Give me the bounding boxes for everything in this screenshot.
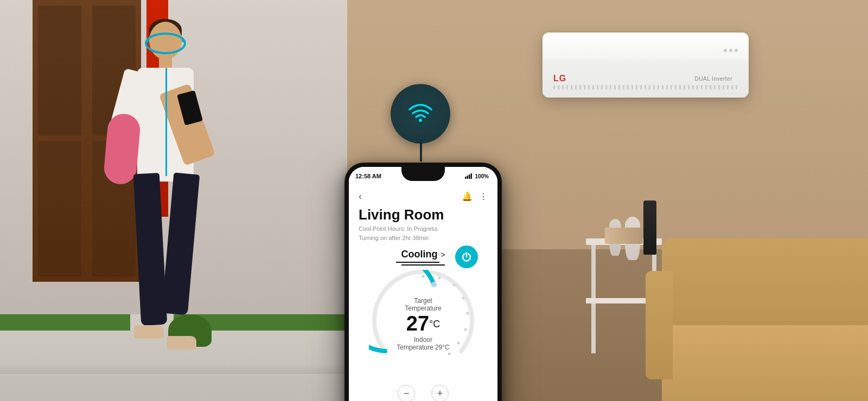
ac-model-label: DUAL Inverter bbox=[695, 76, 732, 82]
temperature-dial-container: Target Temperature 27°C Indoor Temperatu… bbox=[359, 270, 488, 378]
svg-rect-4 bbox=[471, 173, 473, 179]
person-shoe-left bbox=[134, 325, 164, 339]
wifi-icon bbox=[407, 101, 434, 127]
svg-point-11 bbox=[464, 328, 467, 331]
svg-point-7 bbox=[438, 277, 441, 280]
sofa bbox=[662, 238, 868, 401]
temperature-dial: Target Temperature 27°C Indoor Temperatu… bbox=[369, 270, 477, 378]
phone-mockup: 12:58 AM 100% ‹ 🔔 ⋮ bbox=[344, 163, 502, 401]
sofa-seat bbox=[662, 325, 868, 401]
room-title: Living Room bbox=[359, 206, 488, 223]
decrease-icon: − bbox=[404, 388, 410, 399]
ac-vents bbox=[553, 85, 738, 89]
power-button[interactable] bbox=[455, 245, 478, 268]
ac-dot-1 bbox=[724, 49, 727, 52]
power-icon bbox=[462, 252, 471, 262]
svg-point-6 bbox=[422, 275, 425, 278]
phone-app-content: ‹ 🔔 ⋮ Living Room Cool Point Hours: In P… bbox=[349, 185, 497, 401]
subtitle-line1: Cool Point Hours: In Progress bbox=[359, 225, 438, 232]
ac-dot-2 bbox=[729, 49, 732, 52]
notification-button[interactable]: 🔔 bbox=[462, 191, 473, 202]
status-time: 12:58 AM bbox=[355, 173, 381, 179]
svg-point-12 bbox=[457, 342, 460, 345]
svg-rect-3 bbox=[469, 174, 470, 179]
person-shoe-right bbox=[167, 336, 196, 350]
phone-screen: 12:58 AM 100% ‹ 🔔 ⋮ bbox=[349, 167, 497, 401]
temperature-display: Target Temperature 27°C Indoor Temperatu… bbox=[396, 297, 450, 351]
svg-rect-2 bbox=[467, 176, 469, 179]
person-right-leg bbox=[162, 172, 200, 315]
ac-unit-top bbox=[542, 33, 749, 60]
headphone-bud-right bbox=[182, 38, 184, 42]
temperature-value-container: 27°C bbox=[396, 313, 450, 334]
ac-unit-bottom: LG DUAL Inverter bbox=[542, 60, 749, 98]
temperature-controls: − + bbox=[359, 385, 488, 401]
indoor-temperature: Indoor Temperature 29°C bbox=[396, 336, 450, 351]
wifi-bubble bbox=[391, 84, 450, 144]
svg-point-0 bbox=[419, 119, 422, 122]
decorative-books bbox=[605, 228, 643, 244]
ac-control-dots bbox=[724, 49, 738, 52]
person-headphone bbox=[145, 33, 186, 54]
app-header-icons: 🔔 ⋮ bbox=[462, 191, 488, 202]
decorative-bottle bbox=[643, 200, 656, 255]
status-icons: 100% bbox=[465, 173, 489, 179]
battery-text: 100% bbox=[475, 173, 489, 179]
ac-brand-logo: LG bbox=[553, 74, 566, 83]
mode-label: Cooling bbox=[401, 249, 437, 260]
subtitle-line2: Turning on after 2hr 30min bbox=[359, 235, 429, 241]
more-options-button[interactable]: ⋮ bbox=[479, 191, 488, 202]
ac-dot-3 bbox=[735, 49, 738, 52]
svg-point-13 bbox=[448, 353, 451, 355]
mode-arrow: > bbox=[441, 250, 445, 259]
signal-icon bbox=[465, 173, 473, 179]
door-panel-left bbox=[38, 5, 81, 135]
headphone-cord bbox=[165, 68, 167, 176]
temperature-unit: °C bbox=[429, 319, 440, 329]
app-header: ‹ 🔔 ⋮ bbox=[359, 191, 488, 202]
back-button[interactable]: ‹ bbox=[359, 191, 362, 202]
increase-icon: + bbox=[437, 388, 443, 399]
mode-underline bbox=[401, 264, 445, 266]
svg-point-8 bbox=[453, 284, 456, 287]
svg-point-5 bbox=[431, 282, 437, 287]
increase-temp-button[interactable]: + bbox=[431, 385, 449, 401]
target-temp-label: Target Temperature bbox=[396, 297, 450, 312]
door-panel-bl bbox=[38, 141, 81, 276]
svg-point-10 bbox=[467, 312, 469, 315]
decrease-temp-button[interactable]: − bbox=[398, 385, 415, 401]
sofa-arm bbox=[646, 271, 673, 379]
svg-point-9 bbox=[462, 297, 465, 300]
headphone-bud-left bbox=[147, 38, 149, 42]
title-section: Living Room Cool Point Hours: In Progres… bbox=[359, 206, 488, 242]
person-figure bbox=[100, 16, 241, 401]
phone-notch bbox=[401, 167, 445, 181]
app-subtitle: Cool Point Hours: In Progress Turning on… bbox=[359, 224, 488, 242]
temperature-value: 27 bbox=[406, 312, 429, 335]
svg-rect-1 bbox=[465, 177, 467, 179]
ac-unit: LG DUAL Inverter bbox=[542, 33, 749, 98]
